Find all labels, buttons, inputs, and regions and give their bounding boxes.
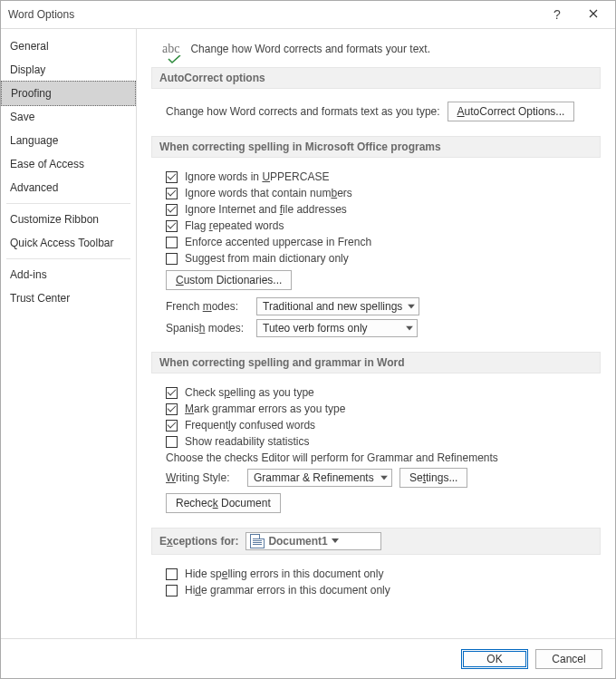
checkbox-ignore-internet[interactable] <box>166 204 178 216</box>
document-icon <box>250 534 265 548</box>
chevron-down-icon <box>406 326 413 332</box>
select-value: Grammar & Refinements <box>254 471 374 484</box>
sidebar-separator <box>6 258 130 259</box>
select-value: Traditional and new spellings <box>263 300 402 313</box>
button-label: OK <box>486 653 502 665</box>
checkbox-check-spelling[interactable] <box>166 387 178 399</box>
sidebar-item-label: General <box>10 40 49 53</box>
checkbox-readability[interactable] <box>166 436 178 448</box>
checkbox-label: Check spelling as you type <box>185 386 314 399</box>
autocorrect-text: Change how Word corrects and formats tex… <box>166 105 440 118</box>
french-modes-label: French modes: <box>166 300 249 313</box>
sidebar-item-label: Advanced <box>10 181 58 194</box>
sidebar-item-label: Language <box>10 134 58 147</box>
sidebar-item-label: Display <box>10 63 45 76</box>
recheck-document-button[interactable]: Recheck Document <box>166 493 281 513</box>
sidebar-item-trust-center[interactable]: Trust Center <box>1 286 136 310</box>
checkbox-ignore-uppercase[interactable] <box>166 171 178 183</box>
titlebar: Word Options ? <box>1 1 615 28</box>
cancel-button[interactable]: Cancel <box>535 649 602 669</box>
checkbox-label: Ignore Internet and file addresses <box>185 203 347 216</box>
sidebar-item-save[interactable]: Save <box>1 105 136 129</box>
choose-checks-text: Choose the checks Editor will perform fo… <box>166 451 498 464</box>
custom-dictionaries-button[interactable]: Custom Dictionaries... <box>166 270 292 290</box>
spanish-modes-select[interactable]: Tuteo verb forms only <box>256 319 418 337</box>
sidebar-item-general[interactable]: General <box>1 34 136 58</box>
proofing-icon: abc <box>162 42 179 56</box>
sidebar-item-label: Quick Access Toolbar <box>10 237 114 249</box>
checkbox-flag-repeated[interactable] <box>166 220 178 232</box>
checkbox-main-dictionary[interactable] <box>166 253 178 265</box>
checkbox-label: Suggest from main dictionary only <box>185 252 349 265</box>
exceptions-label: Exceptions for: <box>159 535 238 548</box>
chevron-down-icon <box>408 305 415 310</box>
writing-style-label: Writing Style: <box>166 471 240 484</box>
ok-button[interactable]: OK <box>461 649 528 669</box>
sidebar-item-label: Proofing <box>11 87 52 100</box>
writing-style-select[interactable]: Grammar & Refinements <box>247 469 392 487</box>
section-office-spelling: Ignore words in UPPERCASE Ignore words t… <box>151 158 601 346</box>
checkbox-label: Ignore words in UPPERCASE <box>185 170 329 183</box>
close-button[interactable] <box>575 1 611 28</box>
section-header-office-spelling: When correcting spelling in Microsoft Of… <box>151 136 601 158</box>
checkbox-label: Hide grammar errors in this document onl… <box>185 584 390 597</box>
sidebar-separator <box>6 203 130 204</box>
sidebar-item-ease-of-access[interactable]: Ease of Access <box>1 152 136 176</box>
sidebar-item-proofing[interactable]: Proofing <box>1 81 136 106</box>
checkbox-label: Ignore words that contain numbers <box>185 187 352 199</box>
checkbox-label: Mark grammar errors as you type <box>185 403 345 415</box>
checkbox-french-accent[interactable] <box>166 237 178 248</box>
word-options-dialog: Word Options ? General Display Proofing … <box>0 0 616 679</box>
sidebar-item-label: Save <box>10 111 34 123</box>
checkbox-label: Frequently confused words <box>185 419 315 432</box>
sidebar-item-language[interactable]: Language <box>1 129 136 152</box>
close-icon <box>589 8 598 21</box>
button-label: Cancel <box>552 653 585 665</box>
sidebar-item-advanced[interactable]: Advanced <box>1 176 136 199</box>
dialog-footer: OK Cancel <box>1 638 615 678</box>
checkbox-confused-words[interactable] <box>166 420 178 432</box>
checkbox-label: Show readability statistics <box>185 435 309 448</box>
intro-text: Change how Word corrects and formats you… <box>190 43 430 55</box>
section-exceptions: Hide spelling errors in this document on… <box>151 555 601 606</box>
section-header-autocorrect: AutoCorrect options <box>151 67 601 89</box>
intro-row: abc Change how Word corrects and formats… <box>162 42 601 56</box>
section-word-grammar: Check spelling as you type Mark grammar … <box>151 373 601 522</box>
exceptions-document-select[interactable]: Document1 <box>245 532 381 550</box>
help-button[interactable]: ? <box>539 1 575 28</box>
help-icon: ? <box>553 7 561 22</box>
sidebar-item-addins[interactable]: Add-ins <box>1 263 136 286</box>
sidebar-item-quick-access[interactable]: Quick Access Toolbar <box>1 231 136 255</box>
main-panel: abc Change how Word corrects and formats… <box>137 29 615 638</box>
select-value: Document1 <box>268 535 327 548</box>
content-area: General Display Proofing Save Language E… <box>1 28 615 638</box>
window-title: Word Options <box>8 8 539 21</box>
checkbox-mark-grammar[interactable] <box>166 403 178 415</box>
chevron-down-icon <box>332 538 339 544</box>
section-autocorrect: Change how Word corrects and formats tex… <box>151 89 601 131</box>
section-header-exceptions: Exceptions for: Document1 <box>151 528 601 555</box>
select-value: Tuteo verb forms only <box>263 322 368 335</box>
autocorrect-options-button[interactable]: AutoCorrect Options... <box>448 102 575 121</box>
checkbox-hide-grammar-errors[interactable] <box>166 585 178 597</box>
button-label: utoCorrect Options... <box>465 105 565 118</box>
sidebar-item-label: Add-ins <box>10 268 47 281</box>
french-modes-select[interactable]: Traditional and new spellings <box>256 297 419 315</box>
sidebar-item-label: Ease of Access <box>10 158 84 170</box>
sidebar-item-display[interactable]: Display <box>1 58 136 82</box>
chevron-down-icon <box>380 476 388 481</box>
sidebar-item-label: Trust Center <box>10 292 70 305</box>
checkbox-ignore-numbers[interactable] <box>166 188 178 199</box>
checkbox-label: Flag repeated words <box>185 219 284 232</box>
sidebar: General Display Proofing Save Language E… <box>1 29 137 638</box>
spanish-modes-label: Spanish modes: <box>166 322 249 335</box>
section-header-word-grammar: When correcting spelling and grammar in … <box>151 352 601 373</box>
sidebar-item-customize-ribbon[interactable]: Customize Ribbon <box>1 208 136 231</box>
checkbox-label: Hide spelling errors in this document on… <box>185 567 383 580</box>
checkbox-hide-spelling-errors[interactable] <box>166 568 178 580</box>
checkbox-label: Enforce accented uppercase in French <box>185 236 371 248</box>
settings-button[interactable]: Settings... <box>399 468 467 488</box>
sidebar-item-label: Customize Ribbon <box>10 213 99 226</box>
